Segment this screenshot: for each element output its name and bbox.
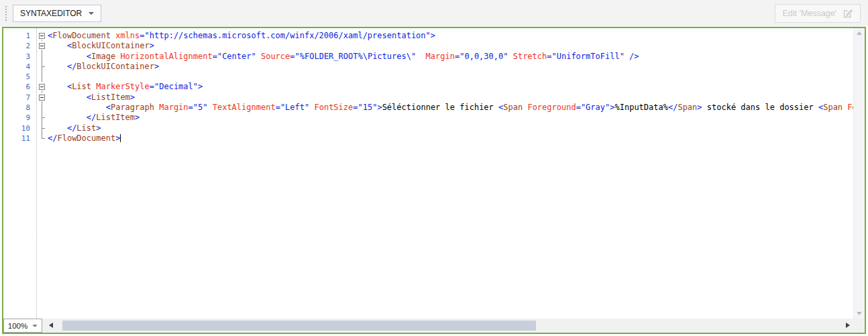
- code-line[interactable]: 1<FlowDocument xmlns="http://schemas.mic…: [3, 31, 853, 41]
- toolbar: SYNTAXEDITOR Edit 'Message': [0, 0, 868, 27]
- code-text: </FlowDocument>: [48, 133, 853, 144]
- fold-indicator: [36, 113, 48, 123]
- line-number: 1: [3, 31, 36, 41]
- edit-message-label: Edit 'Message': [782, 9, 836, 18]
- collapse-minus-icon[interactable]: [39, 84, 45, 90]
- fold-indicator: [36, 123, 48, 133]
- editor-frame: 1<FlowDocument xmlns="http://schemas.mic…: [2, 27, 866, 334]
- line-number: 11: [3, 133, 36, 144]
- editor-bottom-bar: 100%: [3, 319, 865, 333]
- syntaxeditor-dropdown-label: SYNTAXEDITOR: [20, 9, 82, 18]
- horizontal-scrollbar-thumb[interactable]: [62, 321, 536, 331]
- fold-indicator: [36, 103, 48, 113]
- code-editor[interactable]: 1<FlowDocument xmlns="http://schemas.mic…: [3, 28, 853, 319]
- code-line[interactable]: 9 </ListItem>: [3, 113, 853, 123]
- fold-indicator: [36, 72, 48, 82]
- code-line[interactable]: 10 </List>: [3, 123, 853, 133]
- fold-collapse-box[interactable]: [36, 41, 48, 51]
- code-text: [48, 72, 853, 82]
- collapse-minus-icon[interactable]: [39, 33, 45, 39]
- line-number: 5: [3, 72, 36, 82]
- fold-indicator: [36, 62, 48, 72]
- chevron-down-icon: [33, 325, 38, 327]
- code-line[interactable]: 6 <List MarkerStyle="Decimal">: [3, 82, 853, 92]
- code-text: <FlowDocument xmlns="http://schemas.micr…: [48, 31, 853, 41]
- code-text: <Image HorizontalAlignment="Center" Sour…: [48, 52, 853, 62]
- fold-collapse-box[interactable]: [36, 31, 48, 41]
- code-line[interactable]: 5: [3, 72, 853, 82]
- code-text: <List MarkerStyle="Decimal">: [48, 82, 853, 92]
- code-line[interactable]: 4 </BlockUIContainer>: [3, 62, 853, 72]
- fold-collapse-box[interactable]: [36, 93, 48, 103]
- line-number: 6: [3, 82, 36, 92]
- chevron-down-icon: [89, 12, 94, 15]
- code-line[interactable]: 8 <Paragraph Margin="5" TextAlignment="L…: [3, 103, 853, 113]
- fold-indicator: [36, 133, 48, 144]
- scroll-down-arrow-icon[interactable]: [857, 312, 862, 315]
- zoom-level-value: 100%: [8, 322, 28, 330]
- line-number: 7: [3, 93, 36, 103]
- code-text: </BlockUIContainer>: [48, 62, 853, 72]
- scroll-up-arrow-icon[interactable]: [857, 32, 862, 35]
- line-number: 3: [3, 52, 36, 62]
- line-number: 9: [3, 113, 36, 123]
- collapse-minus-icon[interactable]: [39, 43, 45, 49]
- zoom-level-select[interactable]: 100%: [3, 319, 42, 333]
- line-number: 2: [3, 41, 36, 51]
- line-number: 10: [3, 123, 36, 133]
- fold-indicator: [36, 52, 48, 62]
- scroll-left-arrow-icon[interactable]: [49, 323, 53, 328]
- vertical-scrollbar[interactable]: [853, 28, 865, 319]
- syntax-editor-window: SYNTAXEDITOR Edit 'Message' 1<FlowDocume…: [0, 0, 868, 336]
- code-line[interactable]: 3 <Image HorizontalAlignment="Center" So…: [3, 52, 853, 62]
- code-line[interactable]: 11</FlowDocument>: [3, 133, 853, 144]
- edit-message-button[interactable]: Edit 'Message': [775, 4, 861, 23]
- text-caret: [120, 134, 121, 142]
- syntaxeditor-dropdown-button[interactable]: SYNTAXEDITOR: [13, 5, 101, 22]
- scroll-right-arrow-icon[interactable]: [846, 323, 850, 328]
- toolbar-grip-handle[interactable]: [4, 5, 8, 22]
- code-text: </List>: [48, 123, 853, 133]
- line-number: 4: [3, 62, 36, 72]
- code-text: </ListItem>: [48, 113, 853, 123]
- code-line[interactable]: 2 <BlockUIContainer>: [3, 41, 853, 51]
- code-text: <ListItem>: [48, 93, 853, 103]
- code-text: <BlockUIContainer>: [48, 41, 853, 51]
- collapse-minus-icon[interactable]: [39, 95, 45, 101]
- code-text: <Paragraph Margin="5" TextAlignment="Lef…: [48, 103, 853, 113]
- edit-pencil-icon: [843, 8, 853, 19]
- code-line[interactable]: 7 <ListItem>: [3, 93, 853, 103]
- line-number: 8: [3, 103, 36, 113]
- code-lines: 1<FlowDocument xmlns="http://schemas.mic…: [3, 31, 853, 144]
- horizontal-scrollbar[interactable]: [45, 319, 865, 333]
- fold-collapse-box[interactable]: [36, 82, 48, 92]
